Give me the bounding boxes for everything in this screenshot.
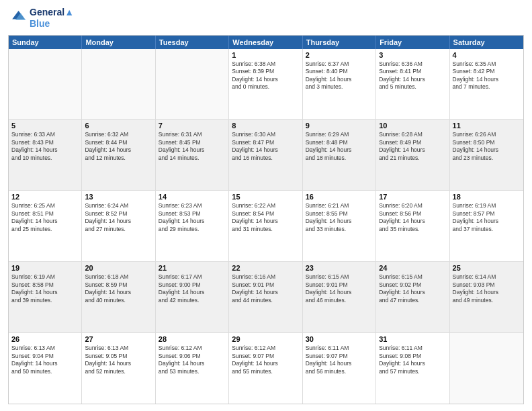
header: General▲Blue (8, 7, 524, 30)
day-number: 11 (453, 122, 521, 130)
cal-cell-6: 6Sunrise: 6:32 AMSunset: 8:44 PMDaylight… (82, 120, 155, 190)
day-number: 28 (159, 335, 226, 343)
cell-text: Sunrise: 6:32 AMSunset: 8:44 PMDaylight:… (85, 131, 152, 162)
cell-text: Sunrise: 6:31 AMSunset: 8:45 PMDaylight:… (159, 131, 226, 162)
day-number: 21 (159, 264, 226, 272)
calendar-body: 1Sunrise: 6:38 AMSunset: 8:39 PMDaylight… (9, 49, 523, 404)
cal-cell-18: 18Sunrise: 6:19 AMSunset: 8:57 PMDayligh… (450, 191, 523, 261)
day-number: 16 (306, 193, 373, 201)
cell-text: Sunrise: 6:38 AMSunset: 8:39 PMDaylight:… (232, 60, 299, 91)
day-number: 14 (159, 193, 226, 201)
day-number: 1 (232, 51, 299, 59)
cal-cell-14: 14Sunrise: 6:23 AMSunset: 8:53 PMDayligh… (156, 191, 229, 261)
cal-cell-7: 7Sunrise: 6:31 AMSunset: 8:45 PMDaylight… (156, 120, 229, 190)
day-number: 2 (306, 51, 373, 59)
cell-text: Sunrise: 6:22 AMSunset: 8:54 PMDaylight:… (232, 202, 299, 233)
day-number: 12 (11, 193, 79, 201)
cal-cell-27: 27Sunrise: 6:13 AMSunset: 9:05 PMDayligh… (82, 333, 155, 404)
header-cell-monday: Monday (82, 36, 155, 49)
cal-cell-19: 19Sunrise: 6:19 AMSunset: 8:58 PMDayligh… (9, 262, 82, 332)
cal-cell-29: 29Sunrise: 6:12 AMSunset: 9:07 PMDayligh… (229, 333, 302, 404)
day-number: 7 (159, 122, 226, 130)
cell-text: Sunrise: 6:26 AMSunset: 8:50 PMDaylight:… (453, 131, 521, 162)
cal-cell-13: 13Sunrise: 6:24 AMSunset: 8:52 PMDayligh… (82, 191, 155, 261)
cell-text: Sunrise: 6:28 AMSunset: 8:49 PMDaylight:… (379, 131, 446, 162)
day-number: 18 (453, 193, 521, 201)
day-number: 17 (379, 193, 446, 201)
cell-text: Sunrise: 6:24 AMSunset: 8:52 PMDaylight:… (85, 202, 152, 233)
cal-cell-4: 4Sunrise: 6:35 AMSunset: 8:42 PMDaylight… (450, 49, 523, 120)
header-cell-sunday: Sunday (9, 36, 82, 49)
calendar-row-0: 1Sunrise: 6:38 AMSunset: 8:39 PMDaylight… (9, 49, 523, 120)
day-number: 23 (306, 264, 373, 272)
header-cell-saturday: Saturday (450, 36, 523, 49)
day-number: 8 (232, 122, 299, 130)
cell-text: Sunrise: 6:16 AMSunset: 9:01 PMDaylight:… (232, 273, 299, 304)
calendar-row-4: 26Sunrise: 6:13 AMSunset: 9:04 PMDayligh… (9, 333, 523, 404)
cell-text: Sunrise: 6:14 AMSunset: 9:03 PMDaylight:… (453, 273, 521, 304)
cell-text: Sunrise: 6:15 AMSunset: 9:01 PMDaylight:… (306, 273, 373, 304)
day-number: 6 (85, 122, 152, 130)
cell-text: Sunrise: 6:19 AMSunset: 8:57 PMDaylight:… (453, 202, 521, 233)
day-number: 22 (232, 264, 299, 272)
cell-text: Sunrise: 6:12 AMSunset: 9:07 PMDaylight:… (232, 345, 299, 375)
day-number: 27 (85, 335, 152, 343)
day-number: 29 (232, 335, 299, 343)
calendar-header: SundayMondayTuesdayWednesdayThursdayFrid… (9, 36, 523, 49)
cell-text: Sunrise: 6:13 AMSunset: 9:05 PMDaylight:… (85, 345, 152, 375)
cal-cell-3: 3Sunrise: 6:36 AMSunset: 8:41 PMDaylight… (376, 49, 449, 120)
day-number: 13 (85, 193, 152, 201)
cal-cell-empty-4-6 (450, 333, 523, 404)
cell-text: Sunrise: 6:37 AMSunset: 8:40 PMDaylight:… (306, 60, 373, 91)
cal-cell-empty-0-1 (82, 49, 155, 120)
cell-text: Sunrise: 6:13 AMSunset: 9:04 PMDaylight:… (11, 345, 79, 375)
cell-text: Sunrise: 6:33 AMSunset: 8:43 PMDaylight:… (11, 131, 79, 162)
day-number: 31 (379, 335, 446, 343)
day-number: 10 (379, 122, 446, 130)
cell-text: Sunrise: 6:35 AMSunset: 8:42 PMDaylight:… (453, 60, 521, 91)
cal-cell-25: 25Sunrise: 6:14 AMSunset: 9:03 PMDayligh… (450, 262, 523, 332)
cell-text: Sunrise: 6:30 AMSunset: 8:47 PMDaylight:… (232, 131, 299, 162)
header-cell-tuesday: Tuesday (156, 36, 229, 49)
cal-cell-28: 28Sunrise: 6:12 AMSunset: 9:06 PMDayligh… (156, 333, 229, 404)
cell-text: Sunrise: 6:20 AMSunset: 8:56 PMDaylight:… (379, 202, 446, 233)
cal-cell-empty-0-2 (156, 49, 229, 120)
day-number: 19 (11, 264, 79, 272)
cell-text: Sunrise: 6:11 AMSunset: 9:08 PMDaylight:… (379, 345, 446, 375)
page: General▲Blue SundayMondayTuesdayWednesda… (0, 0, 532, 411)
cell-text: Sunrise: 6:29 AMSunset: 8:48 PMDaylight:… (306, 131, 373, 162)
cal-cell-21: 21Sunrise: 6:17 AMSunset: 9:00 PMDayligh… (156, 262, 229, 332)
logo-icon (8, 9, 27, 28)
cell-text: Sunrise: 6:18 AMSunset: 8:59 PMDaylight:… (85, 273, 152, 304)
cell-text: Sunrise: 6:36 AMSunset: 8:41 PMDaylight:… (379, 60, 446, 91)
cal-cell-10: 10Sunrise: 6:28 AMSunset: 8:49 PMDayligh… (376, 120, 449, 190)
day-number: 30 (306, 335, 373, 343)
cal-cell-11: 11Sunrise: 6:26 AMSunset: 8:50 PMDayligh… (450, 120, 523, 190)
day-number: 20 (85, 264, 152, 272)
cal-cell-23: 23Sunrise: 6:15 AMSunset: 9:01 PMDayligh… (303, 262, 376, 332)
cell-text: Sunrise: 6:23 AMSunset: 8:53 PMDaylight:… (159, 202, 226, 233)
logo-text: General▲Blue (30, 7, 74, 30)
logo: General▲Blue (8, 7, 74, 30)
cal-cell-22: 22Sunrise: 6:16 AMSunset: 9:01 PMDayligh… (229, 262, 302, 332)
cal-cell-30: 30Sunrise: 6:11 AMSunset: 9:07 PMDayligh… (303, 333, 376, 404)
day-number: 9 (306, 122, 373, 130)
day-number: 24 (379, 264, 446, 272)
calendar-row-1: 5Sunrise: 6:33 AMSunset: 8:43 PMDaylight… (9, 120, 523, 191)
cell-text: Sunrise: 6:15 AMSunset: 9:02 PMDaylight:… (379, 273, 446, 304)
cell-text: Sunrise: 6:21 AMSunset: 8:55 PMDaylight:… (306, 202, 373, 233)
header-cell-thursday: Thursday (303, 36, 376, 49)
cell-text: Sunrise: 6:12 AMSunset: 9:06 PMDaylight:… (159, 345, 226, 375)
cal-cell-16: 16Sunrise: 6:21 AMSunset: 8:55 PMDayligh… (303, 191, 376, 261)
cell-text: Sunrise: 6:19 AMSunset: 8:58 PMDaylight:… (11, 273, 79, 304)
calendar: SundayMondayTuesdayWednesdayThursdayFrid… (8, 35, 524, 404)
calendar-row-2: 12Sunrise: 6:25 AMSunset: 8:51 PMDayligh… (9, 191, 523, 262)
cal-cell-20: 20Sunrise: 6:18 AMSunset: 8:59 PMDayligh… (82, 262, 155, 332)
cell-text: Sunrise: 6:25 AMSunset: 8:51 PMDaylight:… (11, 202, 79, 233)
cal-cell-empty-0-0 (9, 49, 82, 120)
day-number: 5 (11, 122, 79, 130)
cell-text: Sunrise: 6:11 AMSunset: 9:07 PMDaylight:… (306, 345, 373, 375)
header-cell-friday: Friday (376, 36, 449, 49)
cal-cell-2: 2Sunrise: 6:37 AMSunset: 8:40 PMDaylight… (303, 49, 376, 120)
cal-cell-9: 9Sunrise: 6:29 AMSunset: 8:48 PMDaylight… (303, 120, 376, 190)
